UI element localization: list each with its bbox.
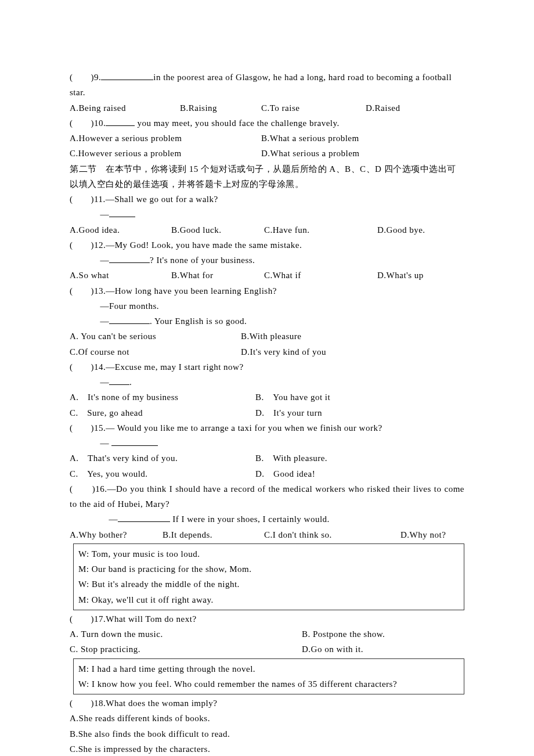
q15-b: B. With pleasure. [255, 451, 327, 466]
q12-d: D.What's up [377, 268, 424, 283]
q12-dash: — [100, 255, 110, 265]
q11-line2: — [70, 207, 464, 222]
blank-q13 [109, 315, 150, 324]
q9-options: A.Being raised B.Raising C.To raise D.Ra… [70, 100, 464, 116]
section2-heading: 第二节 在本节中，你将读到 15 个短对话或句子，从题后所给的 A、B、C、D … [70, 161, 464, 192]
dialogue-box-2: M: I had a hard time getting through the… [73, 658, 464, 695]
box1-l3: W: But it's already the middle of the ni… [78, 577, 459, 592]
q13-dash: — [100, 316, 110, 326]
q11-a: A.Good idea. [70, 222, 171, 237]
q12-c: C.What if [264, 268, 377, 283]
q12-b: B.What for [171, 268, 264, 283]
q12-a: A.So what [70, 268, 171, 283]
q11-d: D.Good bye. [377, 222, 425, 237]
q16-options: A.Why bother? B.It depends. C.I don't th… [70, 527, 464, 542]
q15-options-row1: A. That's very kind of you. B. With plea… [70, 451, 464, 466]
q11-dash: — [100, 210, 110, 219]
q13-line3: —. Your English is so good. [70, 314, 464, 329]
q10-c: C.However serious a problem [70, 146, 261, 161]
q13-line2: —Four months. [70, 298, 464, 314]
q14-options-row2: C. Sure, go ahead D. It's your turn [70, 405, 464, 420]
q13-tail: . Your English is so good. [150, 316, 247, 326]
q10-a: A.However a serious problem [70, 131, 261, 146]
q16-d: D.Why not? [400, 527, 446, 542]
q18-stem: ( )18.What does the woman imply? [70, 696, 464, 711]
q18-c: C.She is impressed by the characters. [70, 741, 464, 756]
q14-suffix: . [129, 377, 132, 387]
q14-options-row1: A. It's none of my business B. You have … [70, 390, 464, 405]
box1-l2: M: Our band is practicing for the show, … [78, 561, 459, 577]
q11-b: B.Good luck. [171, 222, 264, 237]
q9-c: C.To raise [261, 100, 366, 116]
q12-tail: ? It's none of your business. [150, 255, 255, 265]
blank-q15 [111, 437, 158, 446]
q15-a: A. That's very kind of you. [70, 451, 255, 466]
q14-dash: — [100, 377, 110, 387]
q17-options-row1: A. Turn down the music. B. Postpone the … [70, 627, 464, 642]
q15-options-row2: C. Yes, you would. D. Good idea! [70, 466, 464, 481]
q13-line1: ( )13.—How long have you been learning E… [70, 283, 464, 298]
q10-b: B.What a serious problem [261, 131, 359, 146]
q11-c: C.Have fun. [264, 222, 377, 237]
q14-line1: ( )14.—Excuse me, may I start right now? [70, 359, 464, 375]
q9-prefix: ( )9. [70, 73, 101, 82]
q12-line1: ( )12.—My God! Look, you have made the s… [70, 237, 464, 253]
blank-q9 [101, 71, 153, 80]
blank-q16 [118, 513, 170, 522]
q13-d: D.It's very kind of you [241, 344, 326, 359]
dialogue-box-1: W: Tom, your music is too loud. M: Our b… [73, 543, 464, 610]
q16-tail: If I were in your shoes, I certainly wou… [170, 514, 330, 524]
page-content: ( )9.in the poorest area of Glasgow, he … [70, 70, 464, 756]
q11-line1: ( )11.—Shall we go out for a walk? [70, 192, 464, 207]
q15-line1: ( )15.— Would you like me to arrange a t… [70, 420, 464, 435]
q10-options-row1: A.However a serious problem B.What a ser… [70, 131, 464, 146]
q14-a: A. It's none of my business [70, 390, 255, 405]
q18-a: A.She reads different kinds of books. [70, 711, 464, 726]
q17-b: B. Postpone the show. [302, 627, 385, 642]
blank-q14 [109, 376, 129, 385]
q14-line2: —. [70, 375, 464, 390]
q9-d: D.Raised [366, 100, 400, 116]
q14-c: C. Sure, go ahead [70, 405, 255, 420]
q10-prefix: ( )10. [70, 118, 106, 128]
q15-dash: — [100, 438, 112, 448]
box2-l2: W: I know how you feel. Who could rememb… [78, 676, 459, 692]
q17-d: D.Go on with it. [302, 642, 363, 657]
q13-options-row2: C.Of course not D.It's very kind of you [70, 344, 464, 359]
q9-b: B.Raising [180, 100, 261, 116]
q10-stem: ( )10. you may meet, you should face the… [70, 116, 464, 131]
q16-line1: ( )16.—Do you think I should have a reco… [70, 481, 464, 512]
q9-a: A.Being raised [70, 100, 180, 116]
q10-options-row2: C.However serious a problem D.What serio… [70, 146, 464, 161]
q16-dash: — [109, 514, 118, 524]
q17-options-row2: C. Stop practicing. D.Go on with it. [70, 642, 464, 657]
q14-b: B. You have got it [255, 390, 330, 405]
q13-c: C.Of course not [70, 344, 241, 359]
blank-q10 [106, 117, 135, 126]
q15-line2: — [70, 435, 464, 451]
q17-c: C. Stop practicing. [70, 642, 302, 657]
q11-options: A.Good idea. B.Good luck. C.Have fun. D.… [70, 222, 464, 237]
q16-c: C.I don't think so. [264, 527, 400, 542]
q12-options: A.So what B.What for C.What if D.What's … [70, 268, 464, 283]
q13-a: A. You can't be serious [70, 329, 241, 344]
q10-d: D.What serious a problem [261, 146, 359, 161]
box2-l1: M: I had a hard time getting through the… [78, 661, 459, 676]
q13-b: B.With pleasure [241, 329, 301, 344]
q13-options-row1: A. You can't be serious B.With pleasure [70, 329, 464, 344]
q10-text: you may meet, you should face the challe… [135, 118, 340, 128]
q17-a: A. Turn down the music. [70, 627, 302, 642]
q15-c: C. Yes, you would. [70, 466, 255, 481]
q17-stem: ( )17.What will Tom do next? [70, 611, 464, 627]
q12-line2: —? It's none of your business. [70, 253, 464, 268]
q18-b: B.She also finds the book difficult to r… [70, 726, 464, 741]
q16-line2: — If I were in your shoes, I certainly w… [70, 512, 464, 527]
blank-q11 [109, 208, 135, 217]
q9-stem: ( )9.in the poorest area of Glasgow, he … [70, 70, 464, 100]
box1-l1: W: Tom, your music is too loud. [78, 546, 459, 561]
box1-l4: M: Okay, we'll cut it off right away. [78, 592, 459, 607]
q15-d: D. Good idea! [255, 466, 315, 481]
blank-q12 [109, 254, 150, 263]
q14-d: D. It's your turn [255, 405, 322, 420]
q16-b: B.It depends. [163, 527, 264, 542]
